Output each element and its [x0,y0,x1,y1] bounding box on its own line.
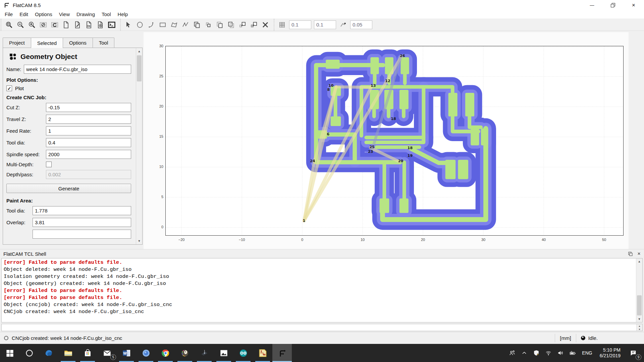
plot-checkbox[interactable]: ✓ [6,85,12,91]
notification-center-icon[interactable]: 9 [625,344,642,362]
clipped-input[interactable] [33,230,131,239]
tab-options[interactable]: Options [63,38,93,48]
generate-button[interactable]: Generate [6,184,131,193]
field-input[interactable] [46,115,131,124]
snap-max-input[interactable] [350,20,372,29]
multi-depth-checkbox[interactable] [46,162,52,167]
scroll-up-icon[interactable]: ▲ [636,258,642,264]
field-input[interactable] [46,138,131,147]
taskbar-kicad[interactable] [253,344,272,362]
field-input[interactable] [46,126,131,135]
panel-scrollbar[interactable]: ▲ ▼ [136,48,142,244]
subtract-icon[interactable] [225,20,237,30]
plot-canvas[interactable]: −20−100102030405005101520253012468101312… [144,32,629,249]
taskbar-arduino[interactable] [233,344,253,362]
copy-small-icon[interactable] [203,20,214,30]
menu-edit[interactable]: Edit [16,10,32,18]
field-input[interactable] [33,206,131,215]
shell-input-scroll[interactable]: ▲▼ [636,324,642,331]
polyline-icon[interactable] [180,20,191,30]
wifi-icon[interactable] [542,344,554,362]
taskbar-word[interactable]: W [117,344,136,362]
units-indicator[interactable]: [mm] [560,335,571,341]
taskbar-file-explorer[interactable] [58,344,78,362]
zoom-in-icon[interactable] [26,20,38,30]
toolbar: Ok [0,19,644,31]
language-indicator[interactable]: ENG [579,350,595,356]
menu-tool[interactable]: Tool [98,10,114,18]
field-input[interactable] [46,103,131,112]
move-copy-icon[interactable] [237,20,248,30]
scrollbar-thumb[interactable] [637,295,642,315]
chevron-up-icon[interactable] [518,344,530,362]
taskbar-cortana[interactable] [19,344,39,362]
taskbar-edge[interactable] [39,344,58,362]
menu-file[interactable]: File [1,10,16,18]
grid-x-input[interactable] [289,20,311,29]
menu-options[interactable]: Options [32,10,56,18]
corner-snap-icon[interactable] [337,20,349,30]
arc-icon[interactable] [146,20,157,30]
clock[interactable]: 5:10 PM 6/21/2019 [596,347,625,359]
taskbar-gimp[interactable] [175,344,195,362]
shell-close-icon[interactable]: ✕ [637,251,641,256]
shell-scrollbar[interactable]: ▲ ▼ [636,258,642,322]
taskbar-store[interactable] [78,344,97,362]
shell-command-input[interactable] [2,324,636,331]
x-tick-label: 20 [421,238,425,242]
close-button[interactable]: ✕ [623,0,644,10]
battery-icon[interactable] [567,344,579,362]
field-label: Tool dia: [6,140,46,145]
clear-plot-icon[interactable] [38,20,49,30]
open-project-icon[interactable] [72,20,83,30]
scrollbar-thumb[interactable] [137,55,142,81]
name-input[interactable] [24,65,131,74]
zoom-fit-icon[interactable] [3,20,15,30]
tab-tool[interactable]: Tool [93,38,115,48]
volume-icon[interactable] [554,344,567,362]
menu-drawing[interactable]: Drawing [73,10,98,18]
replot-icon[interactable] [49,20,60,30]
scroll-down-icon[interactable]: ▼ [136,238,142,244]
field-input[interactable] [33,218,131,227]
zoom-out-icon[interactable] [15,20,26,30]
shell-icon[interactable] [106,20,117,30]
pcb-plot[interactable] [165,46,624,236]
union-icon[interactable] [214,20,225,30]
restore-button[interactable] [602,0,623,10]
scroll-down-icon[interactable]: ▼ [636,316,642,322]
taskbar-chrome[interactable] [156,344,175,362]
x-tick-label: 0 [301,238,303,242]
shell-log[interactable]: [error] Failed to parse defaults file.Ob… [1,258,643,322]
taskbar-mail[interactable]: 5 [97,344,117,362]
menu-help[interactable]: Help [114,10,131,18]
taskbar-start[interactable] [0,344,19,362]
copy-icon[interactable] [191,20,203,30]
save-ok-icon[interactable]: Ok [83,20,95,30]
taskbar-laser-tool[interactable] [195,344,214,362]
float-dock-icon[interactable] [628,252,633,256]
rectangle-icon[interactable] [157,20,168,30]
delete-object-icon[interactable] [95,20,106,30]
tab-selected[interactable]: Selected [31,38,63,48]
menu-view[interactable]: View [56,10,73,18]
move-icon[interactable] [248,20,260,30]
new-project-icon[interactable] [60,20,72,30]
people-icon[interactable] [506,344,518,362]
taskbar-photos[interactable] [214,344,233,362]
scroll-up-icon[interactable]: ▲ [136,48,142,54]
polygon-icon[interactable] [168,20,180,30]
circle-icon[interactable] [134,20,146,30]
grid-snap-icon[interactable] [276,20,288,30]
defender-icon[interactable] [530,344,542,362]
tab-project[interactable]: Project [3,38,31,48]
grid-y-input[interactable] [314,20,336,29]
plot-axes[interactable]: −20−100102030405005101520253012468101312… [165,46,624,236]
select-icon[interactable] [123,20,134,30]
minimize-button[interactable]: — [582,0,602,10]
field-input[interactable] [46,150,131,159]
depth-pass-input[interactable] [46,170,131,179]
delete-shape-icon[interactable] [260,20,271,30]
taskbar-chromium[interactable] [136,344,156,362]
taskbar-flatcam[interactable] [272,344,292,362]
